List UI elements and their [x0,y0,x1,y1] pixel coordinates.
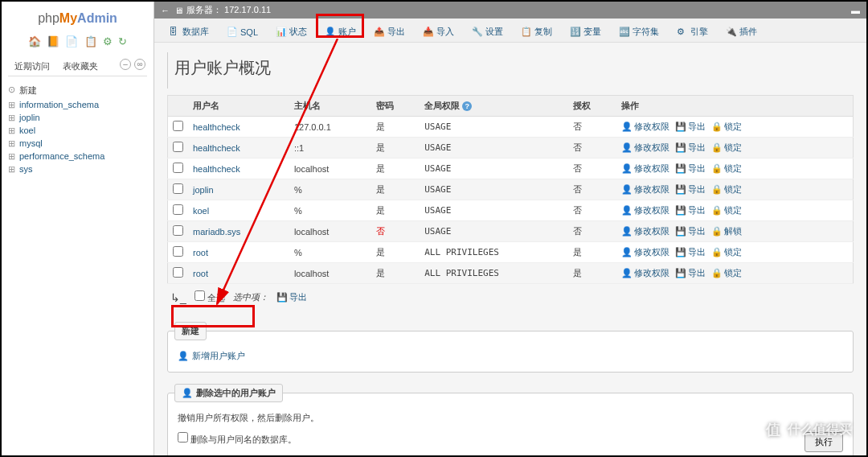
lock-user[interactable]: 🔒锁定 [711,205,742,215]
tab-8[interactable]: 🔢变量 [562,22,609,42]
tab-4[interactable]: 📤导出 [366,22,413,42]
settings-icon[interactable]: ⚙ [103,35,113,47]
logo[interactable]: phpMyAdmin [8,8,147,32]
row-checkbox[interactable] [173,204,183,215]
table-row: rootlocalhost是ALL PRIVILEGES是👤修改权限 💾导出 🔒… [168,263,854,284]
pass-cell: 是 [371,179,420,200]
page-title: 用户账户概况 [167,52,854,89]
export-user[interactable]: 💾导出 [675,268,706,278]
user-icon: 👤 [621,163,633,174]
watermark-icon: 值 [762,418,784,441]
nav-left-icon[interactable]: ← [161,6,170,15]
user-link[interactable]: joplin [193,185,214,195]
tab-0[interactable]: 🗄数据库 [161,22,217,42]
host-cell: % [289,242,371,263]
export-user[interactable]: 💾导出 [675,226,706,236]
host-cell: % [289,179,371,200]
lock-user[interactable]: 🔒锁定 [711,121,742,131]
export-user[interactable]: 💾导出 [675,205,706,215]
drop-db-checkbox[interactable] [178,432,188,443]
nav-icon[interactable]: 📋 [84,35,97,47]
tree-db-koel[interactable]: koel [8,124,147,137]
export-user[interactable]: 💾导出 [675,142,706,152]
docs-icon[interactable]: 📄 [65,35,78,47]
user-link[interactable]: koel [193,206,209,216]
user-link[interactable]: mariadb.sys [193,227,240,237]
add-user-link[interactable]: 👤新增用户账户 [178,350,843,362]
edit-privileges[interactable]: 👤修改权限 [621,226,669,236]
row-checkbox[interactable] [173,267,183,278]
tree-db-sys[interactable]: sys [8,163,147,175]
tab-icon: 🗄 [169,27,179,37]
select-all-checkbox[interactable] [194,290,205,301]
row-checkbox[interactable] [173,225,183,236]
edit-privileges[interactable]: 👤修改权限 [621,121,669,131]
user-link[interactable]: healthcheck [193,122,240,132]
bulk-export[interactable]: 💾导出 [276,291,307,303]
sidebar-tab-recent[interactable]: 近期访问 [8,57,56,76]
col-global-priv: 全局权限 ? [420,96,568,117]
edit-privileges[interactable]: 👤修改权限 [621,268,669,278]
users-table: 用户名 主机名 密码 全局权限 ? 授权 操作 healthcheck127.0… [167,95,854,284]
user-link[interactable]: root [193,248,208,257]
row-checkbox[interactable] [173,121,183,131]
lock-user[interactable]: 🔒锁定 [711,163,742,173]
export-user[interactable]: 💾导出 [675,121,706,131]
tab-7[interactable]: 📋复制 [513,22,560,42]
new-legend: 新建 [174,322,207,340]
export-user[interactable]: 💾导出 [675,247,706,257]
row-checkbox[interactable] [173,142,183,152]
user-link[interactable]: healthcheck [193,143,240,153]
lock-user[interactable]: 🔒锁定 [711,247,742,257]
help-icon[interactable]: ? [462,101,472,111]
edit-privileges[interactable]: 👤修改权限 [621,247,669,257]
edit-privileges[interactable]: 👤修改权限 [621,142,669,152]
edit-privileges[interactable]: 👤修改权限 [621,205,669,215]
select-all[interactable]: 全选 [194,290,225,304]
row-checkbox[interactable] [173,246,183,257]
edit-privileges[interactable]: 👤修改权限 [621,163,669,173]
tab-10[interactable]: ⚙引擎 [669,22,716,42]
tree-db-performance_schema[interactable]: performance_schema [8,150,147,163]
collapse-icon[interactable]: – [120,59,131,70]
lock-user[interactable]: 🔒锁定 [711,142,742,152]
export-icon: 💾 [276,292,288,303]
col-ops: 操作 [616,96,853,117]
tree-db-joplin[interactable]: joplin [8,111,147,124]
lock-user[interactable]: 🔒锁定 [711,268,742,278]
home-icon[interactable]: 🏠 [28,35,41,47]
host-cell: 127.0.0.1 [289,117,371,138]
collapse-topbar-icon[interactable]: ▬ [851,6,860,15]
tab-9[interactable]: 🔤字符集 [611,22,667,42]
user-icon: 👤 [621,205,633,216]
drop-db-option[interactable]: 删除与用户同名的数据库。 [178,434,297,444]
tab-3[interactable]: 👤账户 [317,22,364,42]
lock-user[interactable]: 🔒锁定 [711,184,742,194]
logout-icon[interactable]: 📙 [47,35,59,47]
lock-user[interactable]: 🔒解锁 [711,226,742,236]
table-row: healthcheck::1是USAGE否👤修改权限 💾导出 🔒锁定 [168,138,854,159]
server-icon: 🖥 [174,6,183,15]
tree-db-mysql[interactable]: mysql [8,137,147,150]
table-row: koel%是USAGE否👤修改权限 💾导出 🔒锁定 [168,200,854,221]
row-checkbox[interactable] [173,183,183,194]
tab-5[interactable]: 📥导入 [415,22,462,42]
export-icon: 💾 [675,184,686,195]
col-host: 主机名 [289,96,371,117]
user-link[interactable]: root [193,269,208,278]
sidebar-tab-favorites[interactable]: 表收藏夹 [56,57,104,76]
user-link[interactable]: healthcheck [193,164,240,174]
tree-db-information_schema[interactable]: information_schema [8,98,147,111]
edit-privileges[interactable]: 👤修改权限 [621,184,669,194]
export-user[interactable]: 💾导出 [675,163,706,173]
tab-6[interactable]: 🔧设置 [464,22,511,42]
tree-new-db[interactable]: 新建 [8,83,147,98]
export-user[interactable]: 💾导出 [675,184,706,194]
tab-1[interactable]: 📄SQL [219,22,266,42]
tab-11[interactable]: 🔌插件 [718,22,765,42]
grant-cell: 是 [568,263,616,284]
row-checkbox[interactable] [173,163,183,173]
reload-icon[interactable]: ↻ [118,35,127,47]
tab-2[interactable]: 📊状态 [268,22,315,42]
expand-icon[interactable]: ∞ [134,59,145,70]
